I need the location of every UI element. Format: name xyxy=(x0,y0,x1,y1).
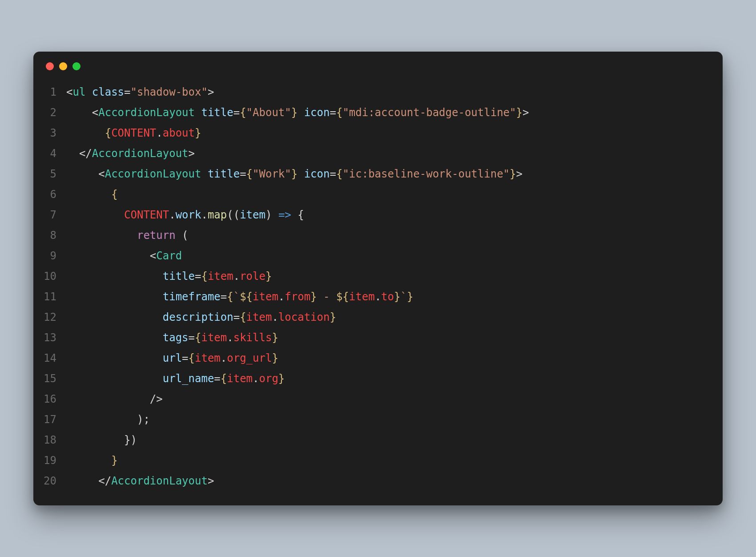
code-line[interactable]: CONTENT.work.map((item) => { xyxy=(66,205,529,225)
line-number: 9 xyxy=(41,246,56,266)
code-line[interactable]: <Card xyxy=(66,246,529,266)
code-line[interactable]: url={item.org_url} xyxy=(66,348,529,368)
code-line[interactable]: }) xyxy=(66,430,529,450)
code-token xyxy=(66,188,111,201)
code-token: = xyxy=(233,106,240,119)
code-token: org_url xyxy=(227,352,272,364)
code-token: } xyxy=(394,291,400,303)
code-token: ); xyxy=(66,413,150,426)
code-token: { xyxy=(227,291,233,303)
code-token: . xyxy=(169,209,175,221)
line-number: 5 xyxy=(41,164,56,184)
code-line[interactable]: title={item.role} xyxy=(66,266,529,287)
code-token: { xyxy=(336,168,342,180)
code-token: } xyxy=(291,106,298,119)
code-line[interactable]: </AccordionLayout> xyxy=(66,471,529,491)
code-token: item xyxy=(227,372,253,385)
code-token: ) xyxy=(265,209,278,221)
code-line[interactable]: ); xyxy=(66,409,529,430)
zoom-icon[interactable] xyxy=(72,62,80,70)
code-token xyxy=(195,106,201,119)
code-token: > xyxy=(208,475,214,487)
code-token: "About" xyxy=(246,106,291,119)
code-token: - xyxy=(317,291,336,303)
code-token xyxy=(85,86,92,98)
code-content[interactable]: <ul class="shadow-box"> <AccordionLayout… xyxy=(66,82,529,491)
code-token xyxy=(66,209,124,221)
line-number-gutter: 1234567891011121314151617181920 xyxy=(41,82,66,491)
code-line[interactable]: return ( xyxy=(66,225,529,246)
code-line[interactable]: url_name={item.org} xyxy=(66,368,529,389)
minimize-icon[interactable] xyxy=(59,62,67,70)
code-line[interactable]: </AccordionLayout> xyxy=(66,143,529,164)
code-token: item xyxy=(349,291,375,303)
code-token: . xyxy=(221,352,227,364)
code-token: => xyxy=(278,209,291,221)
code-token: item xyxy=(195,352,221,364)
code-token: > xyxy=(208,86,214,98)
code-line[interactable]: <AccordionLayout title={"About"} icon={"… xyxy=(66,102,529,123)
line-number: 6 xyxy=(41,184,56,205)
code-line[interactable]: description={item.location} xyxy=(66,307,529,327)
line-number: 12 xyxy=(41,307,56,327)
code-token: title xyxy=(208,168,240,180)
code-token: . xyxy=(201,209,207,221)
code-token xyxy=(66,229,137,242)
code-token: item xyxy=(240,209,265,221)
code-token: < xyxy=(66,250,156,262)
code-token: (( xyxy=(227,209,240,221)
code-token: > xyxy=(189,147,195,160)
code-token: "ic:baseline-work-outline" xyxy=(342,168,510,180)
code-token: AccordionLayout xyxy=(111,475,208,487)
code-token: . xyxy=(156,127,162,139)
line-number: 3 xyxy=(41,123,56,143)
code-token: { xyxy=(336,106,342,119)
code-line[interactable]: <AccordionLayout title={"Work"} icon={"i… xyxy=(66,164,529,184)
code-token xyxy=(66,454,111,467)
line-number: 7 xyxy=(41,205,56,225)
code-token: AccordionLayout xyxy=(105,168,201,180)
code-line[interactable]: {CONTENT.about} xyxy=(66,123,529,143)
code-token: map xyxy=(208,209,227,221)
code-token: location xyxy=(278,311,330,323)
code-token: CONTENT xyxy=(124,209,169,221)
code-line[interactable]: timeframe={`${item.from} - ${item.to}`} xyxy=(66,287,529,307)
code-token: ${ xyxy=(336,291,349,303)
code-line[interactable]: } xyxy=(66,450,529,471)
code-token: } xyxy=(310,291,317,303)
code-token: </ xyxy=(66,147,92,160)
code-token: { xyxy=(246,168,253,180)
code-token: { xyxy=(189,352,195,364)
code-line[interactable]: { xyxy=(66,184,529,205)
code-editor[interactable]: 1234567891011121314151617181920 <ul clas… xyxy=(33,75,723,505)
code-token xyxy=(298,106,304,119)
line-number: 14 xyxy=(41,348,56,368)
code-token: url_name xyxy=(163,372,214,385)
code-token: from xyxy=(285,291,310,303)
close-icon[interactable] xyxy=(46,62,54,70)
code-line[interactable]: tags={item.skills} xyxy=(66,327,529,348)
code-token xyxy=(66,291,163,303)
code-token: }) xyxy=(66,434,137,446)
code-token: { xyxy=(201,270,207,283)
code-token xyxy=(298,168,304,180)
code-token: org xyxy=(259,372,278,385)
code-token: AccordionLayout xyxy=(92,147,189,160)
code-token: item xyxy=(246,311,272,323)
code-token: class xyxy=(92,86,124,98)
line-number: 20 xyxy=(41,471,56,491)
code-token: . xyxy=(375,291,381,303)
code-token: < xyxy=(66,106,98,119)
code-token: tags xyxy=(163,331,189,344)
code-token: } xyxy=(291,168,298,180)
code-line[interactable]: <ul class="shadow-box"> xyxy=(66,82,529,102)
code-token: = xyxy=(240,168,246,180)
code-token: to xyxy=(381,291,394,303)
code-token: ` xyxy=(400,291,406,303)
code-line[interactable]: /> xyxy=(66,389,529,409)
code-token: = xyxy=(221,291,227,303)
code-token: . xyxy=(278,291,285,303)
code-token: } xyxy=(330,311,336,323)
code-token: = xyxy=(189,331,195,344)
code-token: item xyxy=(253,291,278,303)
